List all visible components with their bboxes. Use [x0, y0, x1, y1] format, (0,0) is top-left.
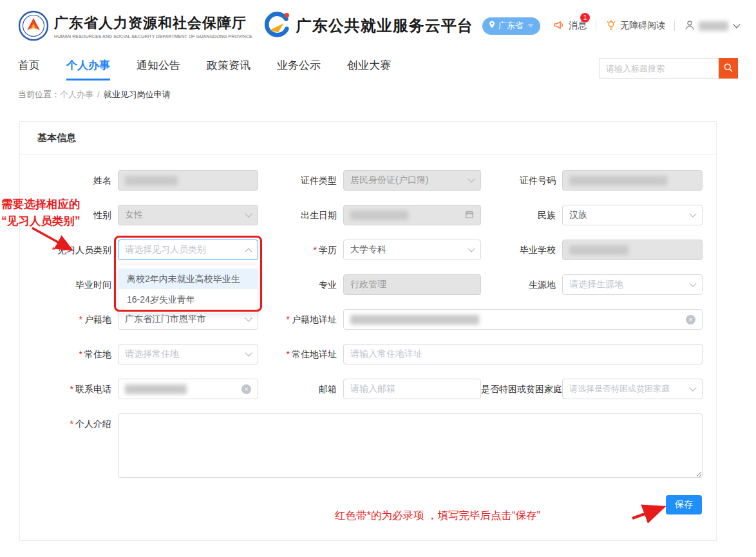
basic-info-panel: 基本信息 姓名 证件类型 居民身份证(户口簿) 证件号码 性别 女性 出生日期 …	[19, 121, 717, 541]
masked-value	[569, 245, 628, 255]
page: 广东省人力资源和社会保障厅 HUMAN RESOURCES AND SOCIAL…	[0, 0, 756, 557]
chevron-down-icon	[245, 210, 252, 217]
origin-select[interactable]: 请选择生源地	[562, 274, 703, 295]
id-type-value: 居民身份证(户口簿)	[350, 175, 428, 186]
search-icon	[723, 62, 733, 75]
form-row: *常住地 请选择常住地 *常住地详址 请输入常住地详址	[20, 344, 716, 364]
masked-value	[350, 315, 479, 325]
origin-label: 生源地	[481, 274, 562, 295]
ethnicity-select[interactable]: 汉族	[562, 205, 703, 225]
trainee-type-placeholder: 请选择见习人员类别	[125, 244, 206, 256]
masked-value	[125, 384, 187, 394]
origin-placeholder: 请选择生源地	[569, 279, 623, 290]
divider	[674, 21, 675, 31]
platform-title: 广东公共就业服务云平台	[296, 15, 473, 36]
intro-textarea[interactable]	[118, 413, 703, 478]
poverty-select[interactable]: 请选择是否特困或贫困家庭	[562, 379, 703, 399]
clear-icon[interactable]: ×	[241, 384, 251, 394]
residence-select[interactable]: 请选择常住地	[118, 344, 258, 364]
residence-addr-label: *常住地详址	[258, 344, 343, 364]
tab-entrepreneurship-contest[interactable]: 创业大赛	[347, 58, 391, 80]
region-selector[interactable]: 广东省	[482, 17, 540, 35]
required-mark: *	[287, 349, 290, 359]
email-label: 邮箱	[258, 379, 343, 399]
nav-tabs: 首页 个人办事 通知公告 政策资讯 业务公示 创业大赛	[18, 58, 391, 80]
major-value: 行政管理	[350, 279, 386, 290]
breadcrumb-separator: /	[97, 90, 100, 99]
phone-label: *联系电话	[20, 379, 118, 399]
hukou-value: 广东省江门市恩平市	[125, 314, 206, 325]
residence-addr-placeholder: 请输入常住地详址	[350, 348, 422, 360]
required-mark: *	[70, 419, 73, 429]
annotation-bottom-text: 红色带*的为必录项 ，填写完毕后点击“保存”	[335, 509, 540, 523]
search-button[interactable]	[719, 58, 738, 79]
education-select[interactable]: 大学专科	[343, 240, 481, 260]
intro-label: *个人介绍	[20, 413, 118, 434]
required-mark: *	[314, 245, 317, 255]
residence-addr-input[interactable]: 请输入常住地详址	[343, 344, 703, 364]
name-label: 姓名	[20, 170, 118, 191]
trainee-type-dropdown: 离校2年内未就业高校毕业生 16-24岁失业青年	[118, 265, 258, 314]
breadcrumb-current: 就业见习岗位申请	[104, 90, 171, 99]
dropdown-option-graduate[interactable]: 离校2年内未就业高校毕业生	[118, 269, 258, 289]
chevron-down-icon	[527, 24, 534, 28]
id-number-input	[562, 170, 703, 191]
breadcrumb-parent[interactable]: 个人办事	[60, 90, 93, 99]
ethnicity-value: 汉族	[569, 209, 587, 221]
tab-policy-news[interactable]: 政策资讯	[207, 58, 250, 80]
required-mark: *	[287, 314, 290, 325]
hukou-addr-label: *户籍地详址	[258, 309, 343, 330]
gender-value: 女性	[125, 209, 143, 221]
tab-personal-services[interactable]: 个人办事	[66, 58, 110, 80]
clear-icon[interactable]: ×	[686, 315, 695, 325]
major-label: 专业	[258, 274, 343, 295]
trainee-type-select[interactable]: 请选择见习人员类别	[118, 240, 258, 260]
masked-value	[569, 176, 667, 185]
basic-info-form: 姓名 证件类型 居民身份证(户口簿) 证件号码 性别 女性 出生日期 民族 汉族	[20, 155, 716, 540]
required-mark: *	[79, 349, 82, 359]
school-input	[562, 240, 703, 260]
dropdown-option-unemployed-youth[interactable]: 16-24岁失业青年	[118, 289, 258, 310]
platform-logo	[261, 11, 291, 41]
tab-home[interactable]: 首页	[18, 58, 40, 80]
annotation-top-line2: “见习人员类别”	[1, 212, 80, 229]
save-button[interactable]: 保存	[666, 495, 702, 515]
user-name-masked	[699, 21, 728, 31]
accessibility-label: 无障碍阅读	[620, 20, 665, 32]
messages-badge: 1	[580, 13, 590, 23]
form-row: *联系电话 × 邮箱 请输入邮箱 是否特困或贫困家庭 请选择是否特困或贫困家庭	[20, 379, 716, 399]
major-input: 行政管理	[343, 274, 481, 295]
user-menu[interactable]	[684, 19, 739, 33]
email-placeholder: 请输入邮箱	[350, 383, 395, 395]
user-icon	[684, 19, 695, 33]
dept-subtitle: HUMAN RESOURCES AND SOCIAL SECURITY DEPA…	[54, 34, 252, 39]
dept-title: 广东省人力资源和社会保障厅	[54, 14, 252, 33]
phone-input[interactable]: ×	[118, 379, 258, 399]
email-input[interactable]: 请输入邮箱	[343, 379, 481, 399]
education-label: *学历	[258, 240, 343, 260]
breadcrumb: 当前位置：个人办事/就业见习岗位申请	[0, 82, 756, 100]
gov-emblem-logo	[18, 10, 49, 41]
chevron-down-icon	[468, 175, 475, 182]
ethnicity-label: 民族	[481, 205, 562, 225]
tab-business-publicity[interactable]: 业务公示	[277, 58, 321, 80]
tab-notices[interactable]: 通知公告	[137, 58, 180, 80]
header: 广东省人力资源和社会保障厅 HUMAN RESOURCES AND SOCIAL…	[0, 0, 756, 52]
hukou-addr-input[interactable]: ×	[343, 309, 703, 330]
accessibility-button[interactable]: 无障碍阅读	[605, 19, 665, 33]
id-type-label: 证件类型	[258, 170, 343, 191]
id-type-select: 居民身份证(户口簿)	[343, 170, 481, 191]
chevron-down-icon	[468, 245, 475, 252]
section-title: 基本信息	[20, 122, 716, 155]
masked-value	[125, 176, 178, 185]
gender-select: 女性	[118, 205, 258, 225]
chevron-down-icon	[733, 21, 740, 28]
form-row: 性别 女性 出生日期 民族 汉族	[20, 205, 716, 225]
chevron-down-icon	[689, 210, 696, 217]
search-input[interactable]	[599, 58, 719, 79]
name-input	[118, 170, 258, 191]
annotation-top-text: 需要选择相应的 “见习人员类别”	[1, 196, 80, 229]
residence-placeholder: 请选择常住地	[125, 348, 179, 360]
messages-button[interactable]: 消息 1	[553, 19, 587, 33]
form-row: *见习人员类别 请选择见习人员类别 离校2年内未就业高校毕业生 16-24岁失业…	[20, 240, 716, 260]
